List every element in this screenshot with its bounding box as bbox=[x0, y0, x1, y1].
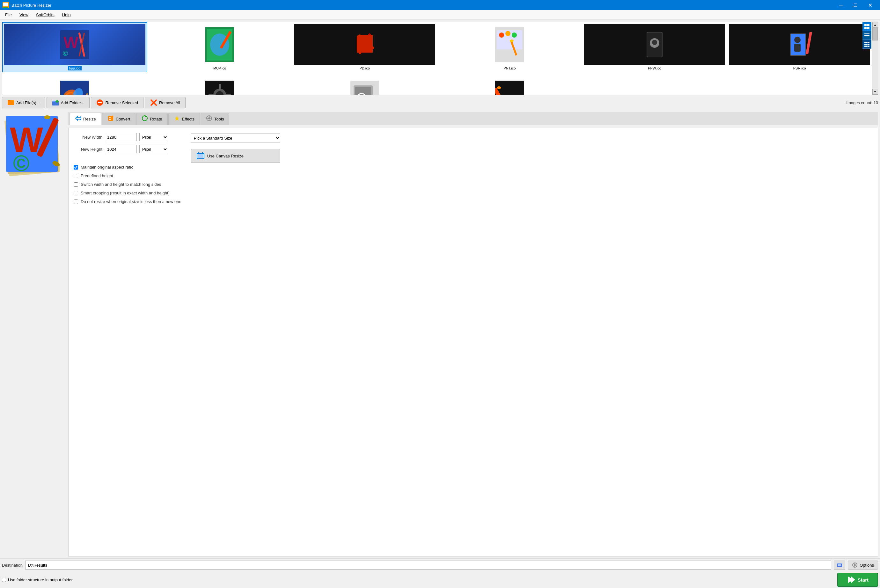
checkbox-switch-wh-input[interactable] bbox=[74, 182, 78, 187]
gallery-img-3 bbox=[439, 24, 580, 65]
tab-resize[interactable]: Resize bbox=[69, 113, 101, 125]
height-label: New Height bbox=[74, 147, 102, 152]
svg-point-25 bbox=[652, 40, 657, 45]
svg-rect-48 bbox=[864, 24, 866, 26]
standard-size-select[interactable]: Pick a Standard Size 640x480 800x600 102… bbox=[191, 134, 280, 142]
view-thumbnails-btn[interactable] bbox=[862, 22, 871, 31]
svg-point-17 bbox=[505, 31, 511, 36]
scroll-up-btn[interactable]: ▲ bbox=[872, 22, 878, 28]
close-button[interactable]: ✕ bbox=[863, 0, 877, 10]
checkbox-aspect-ratio-input[interactable] bbox=[74, 165, 78, 170]
width-unit-select[interactable]: Pixel Percent Inches bbox=[139, 133, 168, 141]
add-folder-button[interactable]: Add Folder... bbox=[47, 97, 90, 108]
svg-rect-73 bbox=[98, 102, 102, 103]
destination-label: Destination bbox=[2, 563, 23, 568]
gallery-item-2[interactable]: PD.ico bbox=[292, 22, 437, 72]
checkbox-switch-wh[interactable]: Switch width and height to match long si… bbox=[74, 182, 182, 187]
checkbox-aspect-ratio[interactable]: Maintain original aspect ratio bbox=[74, 165, 182, 170]
svg-point-16 bbox=[499, 33, 504, 38]
menu-file[interactable]: File bbox=[1, 11, 16, 18]
options-button[interactable]: Options bbox=[848, 561, 878, 570]
tab-effects[interactable]: Effects bbox=[168, 113, 200, 125]
add-files-button[interactable]: Add File(s)... bbox=[2, 97, 45, 108]
svg-point-86 bbox=[142, 116, 147, 121]
menu-help[interactable]: Help bbox=[59, 11, 75, 18]
tab-convert[interactable]: C Convert bbox=[102, 113, 136, 125]
height-input[interactable] bbox=[105, 145, 137, 153]
canvas-resize-label: Use Canvas Resize bbox=[207, 154, 243, 158]
checkbox-no-resize[interactable]: Do not resize when original size is less… bbox=[74, 199, 182, 204]
menu-view[interactable]: View bbox=[16, 11, 32, 18]
checkbox-predefined-input[interactable] bbox=[74, 174, 78, 178]
height-unit-select[interactable]: Pixel Percent Inches bbox=[139, 145, 168, 153]
preview-panel: W © bbox=[2, 112, 66, 556]
start-button[interactable]: Start bbox=[837, 573, 878, 587]
scroll-thumb[interactable] bbox=[872, 28, 878, 40]
svg-rect-61 bbox=[864, 46, 866, 47]
svg-text:©: © bbox=[63, 50, 68, 57]
scroll-down-btn[interactable]: ▼ bbox=[872, 89, 878, 94]
gallery-item-1[interactable]: MUP.ico bbox=[147, 22, 292, 72]
maximize-button[interactable]: □ bbox=[848, 0, 863, 10]
gallery-item-6[interactable] bbox=[2, 72, 147, 94]
rotate-tab-icon bbox=[141, 115, 148, 123]
checkbox-smart-crop-input[interactable] bbox=[74, 191, 78, 195]
gallery-section: W © bpp.ico bbox=[2, 22, 878, 95]
gallery-item-9[interactable] bbox=[437, 72, 582, 94]
destination-browse-button[interactable] bbox=[834, 561, 845, 570]
view-grid-btn[interactable] bbox=[862, 40, 871, 49]
tab-effects-label: Effects bbox=[182, 117, 195, 122]
gallery-scrollbar[interactable]: ▲ ▼ bbox=[872, 22, 878, 94]
gallery-img-8 bbox=[294, 74, 435, 94]
tab-tools[interactable]: Tools bbox=[201, 113, 229, 125]
checkbox-switch-wh-label: Switch width and height to match long si… bbox=[81, 182, 161, 187]
checkbox-no-resize-input[interactable] bbox=[74, 200, 78, 204]
svg-rect-65 bbox=[8, 101, 14, 105]
gallery-item-3[interactable]: PNT.ico bbox=[437, 22, 582, 72]
svg-text:W: W bbox=[63, 33, 79, 51]
svg-point-47 bbox=[497, 86, 501, 89]
tab-resize-label: Resize bbox=[83, 117, 96, 122]
scroll-track bbox=[872, 28, 878, 89]
svg-rect-104 bbox=[854, 563, 855, 564]
canvas-resize-button[interactable]: Use Canvas Resize bbox=[191, 149, 280, 163]
svg-rect-51 bbox=[867, 27, 869, 29]
width-label: New Width bbox=[74, 135, 102, 140]
destination-input[interactable] bbox=[25, 561, 831, 570]
svg-rect-60 bbox=[868, 44, 869, 45]
gallery-item-0[interactable]: W © bpp.ico bbox=[2, 22, 147, 72]
svg-text:©: © bbox=[13, 151, 30, 176]
effects-tab-icon bbox=[174, 115, 180, 123]
checkbox-predefined[interactable]: Predefined height bbox=[74, 173, 182, 178]
start-label: Start bbox=[857, 577, 868, 583]
svg-rect-69 bbox=[53, 101, 56, 102]
tab-tools-label: Tools bbox=[214, 117, 224, 122]
checkbox-smart-crop[interactable]: Smart cropping (result in exact width an… bbox=[74, 190, 182, 195]
svg-point-82 bbox=[44, 116, 50, 119]
gallery-item-empty-1 bbox=[582, 72, 727, 94]
preview-image: W © bbox=[3, 114, 64, 177]
tab-convert-label: Convert bbox=[116, 117, 131, 122]
tab-rotate[interactable]: Rotate bbox=[136, 113, 167, 125]
use-folder-checkbox[interactable] bbox=[2, 578, 6, 582]
images-count: Images count: 10 bbox=[846, 100, 878, 105]
gallery-item-8[interactable] bbox=[292, 72, 437, 94]
remove-all-label: Remove All bbox=[159, 100, 180, 105]
svg-rect-56 bbox=[866, 42, 868, 43]
view-buttons bbox=[862, 22, 871, 49]
svg-rect-71 bbox=[56, 101, 59, 102]
gallery-item-5[interactable]: PSR.ico bbox=[727, 22, 872, 72]
width-input[interactable] bbox=[105, 133, 137, 141]
gallery-item-7[interactable] bbox=[147, 72, 292, 94]
remove-all-button[interactable]: Remove All bbox=[145, 97, 186, 108]
minimize-button[interactable]: ─ bbox=[833, 0, 848, 10]
remove-selected-button[interactable]: Remove Selected bbox=[91, 97, 143, 108]
svg-rect-53 bbox=[864, 35, 869, 36]
use-folder-label: Use folder structure in output folder bbox=[8, 578, 73, 582]
svg-rect-105 bbox=[854, 566, 855, 567]
menu-softorbits[interactable]: SoftOrbits bbox=[32, 11, 59, 18]
svg-rect-63 bbox=[868, 46, 869, 47]
view-list-btn[interactable] bbox=[862, 31, 871, 40]
use-folder-checkbox-row[interactable]: Use folder structure in output folder bbox=[2, 578, 73, 582]
gallery-item-4[interactable]: PPW.ico bbox=[582, 22, 727, 72]
